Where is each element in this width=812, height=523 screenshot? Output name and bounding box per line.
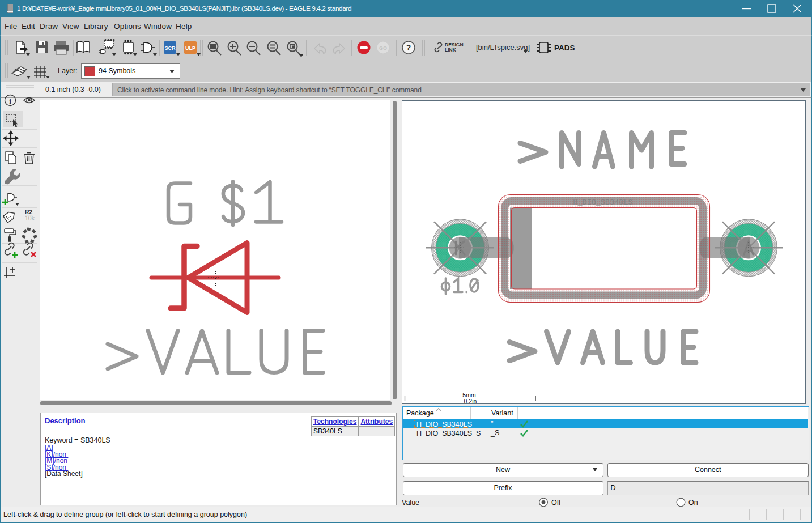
- svg-text:GO: GO: [379, 45, 387, 51]
- svg-text:0.2in: 0.2in: [464, 398, 477, 404]
- svg-text:[bin/LTspice.svg]: [bin/LTspice.svg]: [476, 43, 530, 52]
- svg-text:SCR: SCR: [164, 45, 176, 51]
- svg-text:ULP: ULP: [185, 45, 195, 51]
- svg-text:?: ?: [406, 43, 411, 52]
- svg-text:H_DIO_SB340LS: H_DIO_SB340LS: [573, 198, 632, 207]
- svg-text:PADS: PADS: [554, 44, 575, 52]
- svg-text:i: i: [9, 97, 11, 105]
- svg-text:LINK: LINK: [445, 47, 457, 53]
- svg-text:10k: 10k: [25, 215, 35, 222]
